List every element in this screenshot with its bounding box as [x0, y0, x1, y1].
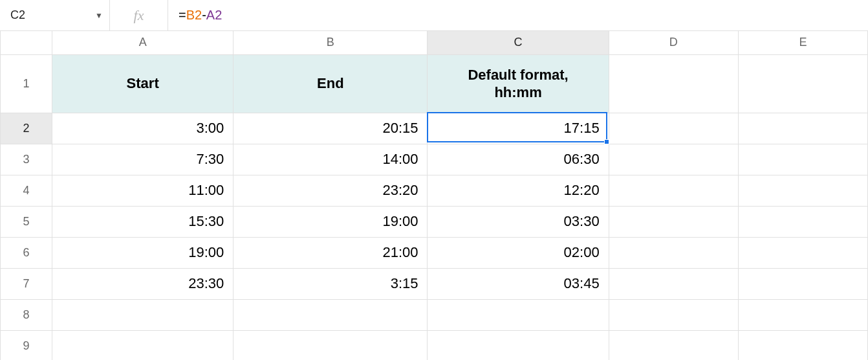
cell-E2[interactable]	[738, 113, 867, 144]
cell-A5[interactable]: 15:30	[52, 206, 233, 237]
cell-C3[interactable]: 06:30	[428, 144, 609, 175]
formula-input[interactable]: =B2-A2	[168, 0, 868, 30]
row-9: 9	[1, 330, 868, 360]
cell-A9[interactable]	[52, 330, 233, 360]
row-header-3[interactable]: 3	[1, 144, 52, 175]
cell-A4[interactable]: 11:00	[52, 175, 233, 206]
row-header-4[interactable]: 4	[1, 175, 52, 206]
row-header-6[interactable]: 6	[1, 237, 52, 268]
cell-C6[interactable]: 02:00	[428, 237, 609, 268]
cell-B2[interactable]: 20:15	[233, 113, 428, 144]
row-6: 6 19:00 21:00 02:00	[1, 237, 868, 268]
cell-D6[interactable]	[609, 237, 738, 268]
cell-A6[interactable]: 19:00	[52, 237, 233, 268]
cell-D2[interactable]	[609, 113, 738, 144]
row-4: 4 11:00 23:20 12:20	[1, 175, 868, 206]
col-header-D[interactable]: D	[609, 31, 738, 54]
fx-icon: fx	[110, 0, 168, 30]
cell-C2[interactable]: 17:15	[428, 113, 609, 144]
cell-E9[interactable]	[738, 330, 867, 360]
cell-E1[interactable]	[738, 54, 867, 113]
col-header-E[interactable]: E	[738, 31, 867, 54]
row-1: 1 Start End Default format, hh:mm	[1, 54, 868, 113]
cell-D8[interactable]	[609, 299, 738, 330]
cell-C9[interactable]	[428, 330, 609, 360]
row-header-7[interactable]: 7	[1, 268, 52, 299]
cell-A2[interactable]: 3:00	[52, 113, 233, 144]
cell-D5[interactable]	[609, 206, 738, 237]
cell-E7[interactable]	[738, 268, 867, 299]
row-3: 3 7:30 14:00 06:30	[1, 144, 868, 175]
cell-C1[interactable]: Default format, hh:mm	[428, 54, 609, 113]
row-2: 2 3:00 20:15 17:15	[1, 113, 868, 144]
cell-B3[interactable]: 14:00	[233, 144, 428, 175]
cell-B8[interactable]	[233, 299, 428, 330]
col-header-C[interactable]: C	[428, 31, 609, 54]
cell-B4[interactable]: 23:20	[233, 175, 428, 206]
cell-E6[interactable]	[738, 237, 867, 268]
cell-D7[interactable]	[609, 268, 738, 299]
cell-E4[interactable]	[738, 175, 867, 206]
col-header-A[interactable]: A	[52, 31, 233, 54]
dropdown-icon[interactable]: ▼	[95, 11, 103, 20]
row-7: 7 23:30 3:15 03:45	[1, 268, 868, 299]
cell-B5[interactable]: 19:00	[233, 206, 428, 237]
cell-B9[interactable]	[233, 330, 428, 360]
cell-A3[interactable]: 7:30	[52, 144, 233, 175]
cell-D4[interactable]	[609, 175, 738, 206]
formula-ref-b: B2	[186, 8, 202, 23]
row-header-9[interactable]: 9	[1, 330, 52, 360]
cell-A7[interactable]: 23:30	[52, 268, 233, 299]
cell-E8[interactable]	[738, 299, 867, 330]
cell-C5[interactable]: 03:30	[428, 206, 609, 237]
cell-C8[interactable]	[428, 299, 609, 330]
formula-bar: C2 ▼ fx =B2-A2	[0, 0, 868, 31]
formula-prefix: =	[179, 8, 186, 23]
cell-C7[interactable]: 03:45	[428, 268, 609, 299]
row-header-2[interactable]: 2	[1, 113, 52, 144]
spreadsheet-grid: A B C D E 1 Start End Default format, hh…	[0, 31, 868, 360]
formula-ref-a: A2	[206, 8, 222, 23]
column-header-row: A B C D E	[1, 31, 868, 54]
cell-B1[interactable]: End	[233, 54, 428, 113]
cell-A1[interactable]: Start	[52, 54, 233, 113]
cell-D1[interactable]	[609, 54, 738, 113]
name-box-value: C2	[10, 8, 25, 22]
cell-A8[interactable]	[52, 299, 233, 330]
row-5: 5 15:30 19:00 03:30	[1, 206, 868, 237]
cell-C4[interactable]: 12:20	[428, 175, 609, 206]
cell-D9[interactable]	[609, 330, 738, 360]
row-header-8[interactable]: 8	[1, 299, 52, 330]
name-box[interactable]: C2 ▼	[0, 0, 110, 30]
cell-B7[interactable]: 3:15	[233, 268, 428, 299]
cell-D3[interactable]	[609, 144, 738, 175]
cell-E3[interactable]	[738, 144, 867, 175]
select-all-corner[interactable]	[1, 31, 52, 54]
col-header-B[interactable]: B	[233, 31, 428, 54]
formula-op: -	[202, 8, 206, 23]
row-header-1[interactable]: 1	[1, 54, 52, 113]
row-8: 8	[1, 299, 868, 330]
cell-E5[interactable]	[738, 206, 867, 237]
row-header-5[interactable]: 5	[1, 206, 52, 237]
cell-B6[interactable]: 21:00	[233, 237, 428, 268]
